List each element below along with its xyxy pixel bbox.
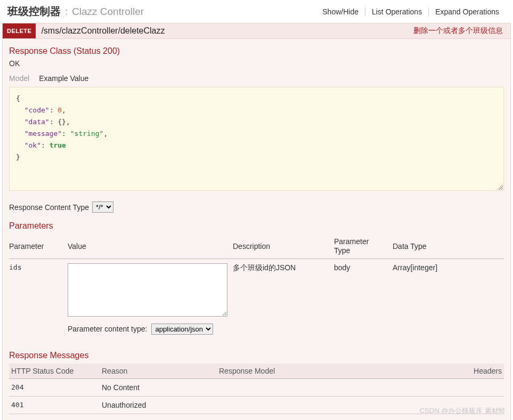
watermark: CSDN @办公模板库 素材蛙: [420, 406, 506, 416]
resp-reason: Unauthorized: [100, 396, 217, 414]
param-value-cell: Parameter content type: application/json: [68, 259, 233, 339]
operation-summary: 删除一个或者多个班级信息: [406, 24, 510, 38]
operation-bar[interactable]: DELETE /sms/clazzController/deleteClazz …: [2, 23, 511, 39]
resp-status: 204: [9, 378, 100, 396]
controller-name: 班级控制器: [7, 4, 61, 19]
resp-row: 204 No Content: [9, 378, 504, 396]
response-class-title: Response Class (Status 200): [9, 46, 504, 56]
resp-reason: No Content: [100, 378, 217, 396]
header-operations: Show/Hide List Operations Expand Operati…: [316, 7, 506, 16]
param-value-input[interactable]: [68, 263, 227, 317]
param-content-type-row: Parameter content type: application/json: [68, 324, 231, 335]
resp-model: [217, 378, 456, 396]
list-operations-link[interactable]: List Operations: [365, 7, 429, 16]
controller-desc: Clazz Controller: [72, 6, 144, 18]
parameters-table: Parameter Value Description ParameterTyp…: [9, 234, 504, 339]
response-content-type-row: Response Content Type */*: [9, 201, 504, 213]
show-hide-link[interactable]: Show/Hide: [316, 7, 365, 16]
param-name: ids: [9, 259, 68, 339]
param-content-type-select[interactable]: application/json: [151, 324, 213, 335]
param-description: 多个班级id的JSON: [233, 259, 334, 339]
param-header-description: Description: [233, 234, 334, 259]
param-header-parameter: Parameter: [9, 234, 68, 259]
param-header-value: Value: [68, 234, 233, 259]
controller-title-group: 班级控制器 : Clazz Controller: [7, 4, 144, 19]
resp-header-status: HTTP Status Code: [9, 364, 100, 379]
response-class-ok: OK: [9, 59, 504, 68]
parameters-title: Parameters: [9, 221, 504, 231]
response-content-type-label: Response Content Type: [9, 203, 89, 212]
response-content-type-select[interactable]: */*: [92, 201, 113, 213]
param-row: ids Parameter content type: application/…: [9, 259, 504, 339]
expand-operations-link[interactable]: Expand Operations: [429, 7, 506, 16]
tab-model[interactable]: Model: [9, 74, 29, 83]
response-tabs: Model Example Value: [9, 74, 504, 83]
param-header-datatype: Data Type: [393, 234, 504, 259]
resp-headers: [456, 378, 504, 396]
operation-path: /sms/clazzController/deleteClazz: [36, 24, 406, 38]
resp-header-model: Response Model: [217, 364, 456, 379]
param-type: body: [334, 259, 393, 339]
resp-header-reason: Reason: [100, 364, 217, 379]
param-header-type: ParameterType: [334, 234, 393, 259]
controller-header: 班级控制器 : Clazz Controller Show/Hide List …: [0, 0, 513, 22]
example-json-block[interactable]: { "code": 0, "data": {}, "message": "str…: [9, 87, 504, 191]
response-messages-title: Response Messages: [9, 351, 504, 360]
resp-status: 401: [9, 396, 100, 414]
param-content-type-label: Parameter content type:: [68, 325, 147, 333]
resp-header-headers: Headers: [456, 364, 504, 379]
param-datatype: Array[integer]: [393, 259, 504, 339]
operation-body: Response Class (Status 200) OK Model Exa…: [2, 39, 511, 420]
http-method-badge: DELETE: [3, 23, 36, 38]
title-separator: :: [65, 6, 68, 18]
tab-example-value[interactable]: Example Value: [39, 74, 88, 83]
